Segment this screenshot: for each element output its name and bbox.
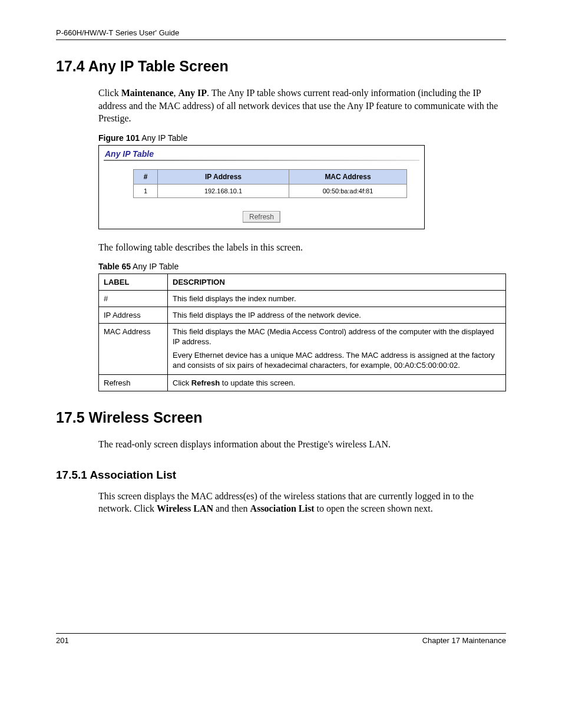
cell-desc: This field displays the index number. — [168, 291, 506, 307]
figure-101-caption: Figure 101 Any IP Table — [98, 133, 506, 143]
para-17-5-1: This screen displays the MAC address(es)… — [98, 490, 506, 515]
after-figure-text: The following table describes the labels… — [98, 241, 506, 254]
intro-17-4: Click Maintenance, Any IP. The Any IP ta… — [98, 87, 506, 125]
chapter-label: Chapter 17 Maintenance — [422, 636, 506, 645]
cell-index: 1 — [134, 184, 158, 197]
table-header-row: LABEL DESCRIPTION — [99, 274, 506, 291]
table-row: 1 192.168.10.1 00:50:ba:ad:4f:81 — [134, 184, 407, 197]
col-header-mac: MAC Address — [289, 169, 407, 184]
bold-wireless-lan: Wireless LAN — [157, 503, 213, 513]
guide-title: P-660H/HW/W-T Series User' Guide — [56, 28, 179, 37]
table-row: Refresh Click Refresh to update this scr… — [99, 374, 506, 391]
col-header-label: LABEL — [99, 274, 168, 291]
bold-any-ip: Any IP — [178, 88, 207, 98]
col-header-ip: IP Address — [158, 169, 289, 184]
cell-desc: This field displays the MAC (Media Acces… — [168, 324, 506, 375]
cell-desc: This field displays the IP address of th… — [168, 307, 506, 324]
screenshot-title: Any IP Table — [105, 149, 419, 159]
table-65: LABEL DESCRIPTION # This field displays … — [98, 274, 506, 391]
cell-label: IP Address — [99, 307, 168, 324]
figure-101-screenshot: Any IP Table # IP Address MAC Address 1 — [98, 145, 425, 229]
intro-17-5: The read-only screen displays informatio… — [98, 438, 506, 451]
col-header-description: DESCRIPTION — [168, 274, 506, 291]
table-header-row: # IP Address MAC Address — [134, 169, 407, 184]
cell-label: Refresh — [99, 374, 168, 391]
cell-label: # — [99, 291, 168, 307]
heading-17-5: 17.5 Wireless Screen — [56, 409, 506, 426]
table-65-caption: Table 65 Any IP Table — [98, 262, 506, 271]
cell-mac: 00:50:ba:ad:4f:81 — [289, 184, 407, 197]
cell-ip: 192.168.10.1 — [158, 184, 289, 197]
screenshot-divider — [104, 160, 419, 161]
page-footer: 201 Chapter 17 Maintenance — [56, 633, 506, 645]
col-header-index: # — [134, 169, 158, 184]
heading-17-4: 17.4 Any IP Table Screen — [56, 58, 506, 75]
page-number: 201 — [56, 636, 69, 645]
cell-label: MAC Address — [99, 324, 168, 375]
table-row: # This field displays the index number. — [99, 291, 506, 307]
bold-association-list: Association List — [250, 503, 315, 513]
heading-17-5-1: 17.5.1 Association List — [56, 469, 506, 482]
table-row: MAC Address This field displays the MAC … — [99, 324, 506, 375]
page-header: P-660H/HW/W-T Series User' Guide — [56, 28, 506, 40]
table-row: IP Address This field displays the IP ad… — [99, 307, 506, 324]
bold-refresh: Refresh — [191, 378, 220, 387]
cell-desc: Click Refresh to update this screen. — [168, 374, 506, 391]
any-ip-table: # IP Address MAC Address 1 192.168.10.1 … — [133, 169, 407, 198]
refresh-button[interactable]: Refresh — [243, 211, 280, 223]
bold-maintenance: Maintenance — [121, 88, 174, 98]
